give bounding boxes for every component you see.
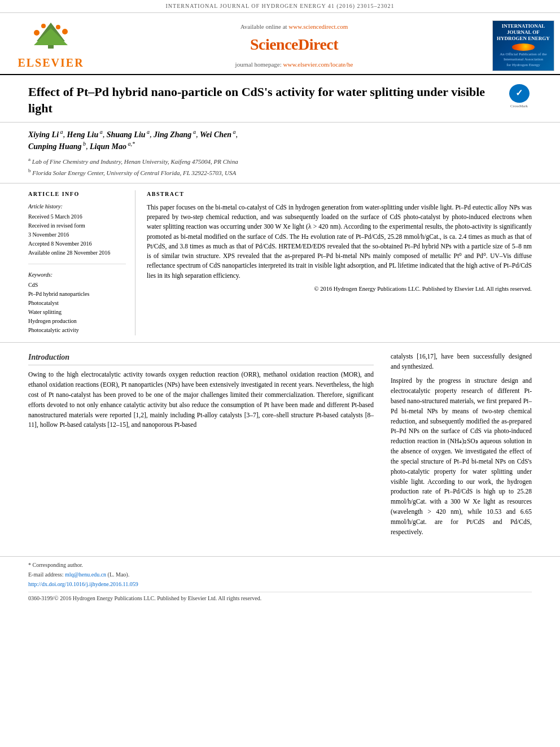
main-left-column: Introduction Owing to the high electroca… <box>28 352 374 542</box>
accepted-date: Accepted 8 November 2016 <box>28 240 126 248</box>
main-content: Introduction Owing to the high electroca… <box>0 343 560 551</box>
article-title: Effect of Pt–Pd hybrid nano-particle on … <box>28 84 506 116</box>
crossmark-badge[interactable]: ✓ CrossMark <box>506 84 532 110</box>
authors-line: Xiying Li a, Heng Liu a, Shuang Liu a, J… <box>28 128 532 152</box>
article-info-title: ARTICLE INFO <box>28 190 126 198</box>
abstract-title: ABSTRACT <box>147 190 532 198</box>
keyword-3: Photocatalyst <box>28 299 126 307</box>
introduction-paragraph-1: Owing to the high electrocatalytic activ… <box>28 370 374 430</box>
author-cunping: Cunping Huang <box>28 142 82 151</box>
author-shuang: Shuang Liu <box>107 130 146 139</box>
introduction-paragraph-3: Inspired by the progress in structure de… <box>391 376 532 537</box>
keyword-4: Water splitting <box>28 308 126 316</box>
keywords-section: Keywords: CdS Pt–Pd hybrid nanoparticles… <box>28 271 126 334</box>
introduction-title: Introduction <box>28 352 374 366</box>
journal-homepage-url[interactable]: www.elsevier.com/locate/he <box>283 61 353 68</box>
abstract-text: This paper focuses on the bi-metal co-ca… <box>147 203 532 281</box>
issn-bar: 0360-3199/© 2016 Hydrogen Energy Publica… <box>28 592 532 602</box>
corresponding-author-note: * Corresponding author. <box>28 561 532 569</box>
received-revised-date: 3 November 2016 <box>28 231 126 239</box>
author-wei: Wei Chen <box>200 130 231 139</box>
affiliation-a: a Lab of Fine Chemistry and Industry, He… <box>28 156 532 166</box>
article-info-abstract: ARTICLE INFO Article history: Received 5… <box>0 184 560 343</box>
keywords-label: Keywords: <box>28 271 126 279</box>
svg-point-3 <box>34 30 40 36</box>
journal-cover: International Journal ofHYDROGEN ENERGY … <box>487 18 560 74</box>
copyright-note: © 2016 Hydrogen Energy Publications LLC.… <box>147 285 532 294</box>
journal-cover-graphic <box>512 43 535 50</box>
author-email[interactable]: mlq@henu.edu.cn <box>65 571 106 578</box>
keyword-5: Hydrogen production <box>28 317 126 325</box>
author-heng: Heng Liu <box>67 130 99 139</box>
svg-point-6 <box>56 25 60 29</box>
main-right-column: catalysts [16,17], have been successfull… <box>385 352 532 542</box>
doi-note: http://dx.doi.org/10.1016/j.ijhydene.201… <box>28 580 532 588</box>
keyword-6: Photocatalytic activity <box>28 326 126 334</box>
svg-point-4 <box>62 29 68 34</box>
footer-section: * Corresponding author. E-mail address: … <box>0 556 560 609</box>
elsevier-logo: ELSEVIER <box>18 21 84 71</box>
history-label: Article history: <box>28 203 126 211</box>
keyword-2: Pt–Pd hybrid nanoparticles <box>28 290 126 298</box>
journal-header: ELSEVIER Available online at www.science… <box>0 13 560 75</box>
article-history: Article history: Received 5 March 2016 R… <box>28 203 126 264</box>
available-online-text: Available online at www.sciencedirect.co… <box>240 23 348 31</box>
elsevier-name: ELSEVIER <box>18 55 84 71</box>
email-note: E-mail address: mlq@henu.edu.cn (L. Mao)… <box>28 571 532 579</box>
sciencedirect-brand: ScienceDirect <box>250 33 338 55</box>
introduction-paragraph-2: catalysts [16,17], have been successfull… <box>391 352 532 372</box>
crossmark-icon: ✓ <box>509 84 530 103</box>
article-info-panel: ARTICLE INFO Article history: Received 5… <box>28 190 135 335</box>
received-revised-label: Received in revised form <box>28 222 126 230</box>
journal-info-center: Available online at www.sciencedirect.co… <box>102 18 487 74</box>
journal-homepage-line: journal homepage: www.elsevier.com/locat… <box>235 60 353 69</box>
affiliation-b: b Florida Solar Energy Center, Universit… <box>28 167 532 177</box>
affiliations: a Lab of Fine Chemistry and Industry, He… <box>28 156 532 177</box>
author-xiying: Xiying Li <box>28 130 59 139</box>
available-online-date: Available online 28 November 2016 <box>28 249 126 257</box>
svg-point-5 <box>41 24 46 28</box>
elsevier-tree-icon <box>20 21 82 53</box>
sciencedirect-url[interactable]: www.sciencedirect.com <box>288 23 348 30</box>
doi-link[interactable]: http://dx.doi.org/10.1016/j.ijhydene.201… <box>28 581 138 587</box>
author-liqun: Liqun Mao <box>90 142 126 151</box>
abstract-section: ABSTRACT This paper focuses on the bi-me… <box>147 190 532 335</box>
author-jing: Jing Zhang <box>154 130 191 139</box>
journal-citation: INTERNATIONAL JOURNAL OF HYDROGEN ENERGY… <box>165 3 394 9</box>
publisher-logo: ELSEVIER <box>0 18 102 74</box>
received-date: Received 5 March 2016 <box>28 213 126 221</box>
journal-header-bar: INTERNATIONAL JOURNAL OF HYDROGEN ENERGY… <box>0 0 560 13</box>
crossmark-label: CrossMark <box>510 104 528 110</box>
keyword-1: CdS <box>28 281 126 289</box>
authors-section: Xiying Li a, Heng Liu a, Shuang Liu a, J… <box>0 123 560 184</box>
journal-cover-image: International Journal ofHYDROGEN ENERGY … <box>492 20 554 71</box>
article-title-section: Effect of Pt–Pd hybrid nano-particle on … <box>0 75 560 123</box>
